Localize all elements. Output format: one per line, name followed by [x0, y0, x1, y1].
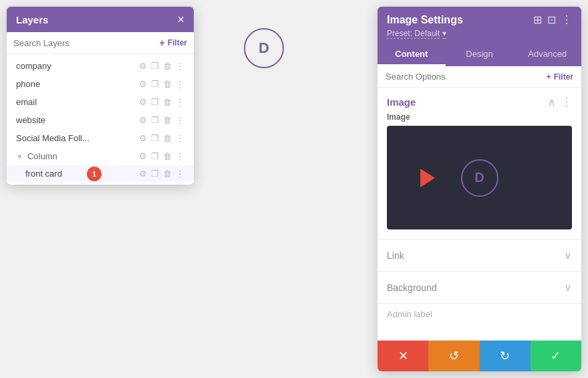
delete-icon[interactable]: 🗑: [163, 115, 172, 125]
undo-button[interactable]: ↺: [428, 341, 479, 371]
duplicate-icon[interactable]: ❐: [151, 79, 159, 89]
admin-label-text: Admin label: [387, 309, 432, 319]
filter-label: Filter: [168, 38, 187, 48]
duplicate-icon[interactable]: ❐: [151, 151, 159, 161]
tab-design[interactable]: Design: [446, 43, 514, 66]
settings-header: Image Settings ⊞ ⊡ ⋮ Preset: Default ▾: [378, 7, 581, 43]
d-logo-preview: D: [461, 159, 498, 197]
link-section[interactable]: Link ∨: [378, 239, 581, 271]
front-card-label: front card: [25, 169, 62, 179]
settings-filter-button[interactable]: + Filter: [547, 72, 573, 82]
link-section-title: Link: [387, 250, 404, 261]
more-icon[interactable]: ⋮: [176, 79, 184, 89]
more-icon[interactable]: ⋮: [176, 169, 184, 179]
tab-content[interactable]: Content: [378, 43, 446, 66]
duplicate-icon[interactable]: ❐: [151, 115, 159, 125]
list-item[interactable]: website ⚙ ❐ 🗑 ⋮: [7, 111, 194, 129]
layer-item-icons: ⚙ ❐ 🗑 ⋮: [139, 115, 184, 125]
settings-header-top: Image Settings ⊞ ⊡ ⋮: [387, 13, 572, 26]
duplicate-icon[interactable]: ❐: [151, 97, 159, 107]
layout-icon[interactable]: ⊡: [547, 13, 556, 26]
image-section-header: Image ∧ ⋮: [378, 88, 581, 112]
layer-name: email: [16, 97, 139, 107]
settings-search-input[interactable]: [386, 72, 541, 82]
section-actions: ∧ ⋮: [548, 96, 572, 108]
settings-icon[interactable]: ⚙: [139, 151, 147, 161]
list-item[interactable]: email ⚙ ❐ 🗑 ⋮: [7, 93, 194, 111]
tab-advanced[interactable]: Advanced: [513, 43, 581, 66]
section-more-icon[interactable]: ⋮: [561, 96, 572, 108]
layers-header: Layers ×: [7, 7, 194, 32]
cancel-icon: ✕: [398, 349, 408, 363]
cancel-button[interactable]: ✕: [378, 341, 428, 371]
settings-tabs: Content Design Advanced: [378, 43, 581, 66]
layer-item-icons: ⚙ ❐ 🗑 ⋮: [139, 79, 184, 89]
more-icon[interactable]: ⋮: [176, 133, 184, 143]
layers-list: company ⚙ ❐ 🗑 ⋮ phone ⚙ ❐ 🗑 ⋮ email ⚙ ❐: [7, 54, 194, 185]
more-icon[interactable]: ⋮: [176, 97, 184, 107]
layer-item-icons: ⚙ ❐ 🗑 ⋮: [139, 133, 184, 143]
redo-button[interactable]: ↻: [480, 341, 531, 371]
layers-title: Layers: [16, 14, 48, 25]
settings-icon[interactable]: ⚙: [139, 169, 147, 179]
settings-preset[interactable]: Preset: Default ▾: [387, 29, 572, 38]
more-icon[interactable]: ⋮: [176, 61, 184, 71]
save-icon: ✓: [551, 349, 561, 363]
front-card-row[interactable]: front card 1 ⚙ ❐ 🗑 ⋮: [7, 165, 194, 182]
delete-icon[interactable]: 🗑: [163, 151, 172, 161]
duplicate-icon[interactable]: ❐: [151, 61, 159, 71]
settings-icon[interactable]: ⚙: [139, 115, 147, 125]
grid-icon[interactable]: ⊞: [533, 13, 542, 26]
column-item[interactable]: ▼ Column ⚙ ❐ 🗑 ⋮: [7, 147, 194, 165]
settings-icon[interactable]: ⚙: [139, 79, 147, 89]
layers-search-bar: + Filter: [7, 32, 194, 54]
delete-icon[interactable]: 🗑: [163, 169, 172, 179]
image-preview[interactable]: D: [387, 126, 572, 229]
layer-item-icons: ⚙ ❐ 🗑 ⋮: [139, 151, 184, 161]
bottom-toolbar: ✕ ↺ ↻ ✓: [378, 341, 581, 371]
layers-search-input[interactable]: [13, 38, 154, 48]
image-section-title: Image: [387, 96, 416, 108]
delete-icon[interactable]: 🗑: [163, 61, 172, 71]
background-section-title: Background: [387, 282, 437, 293]
layers-filter-button[interactable]: + Filter: [159, 37, 187, 48]
layers-close-button[interactable]: ×: [177, 13, 184, 25]
duplicate-icon[interactable]: ❐: [151, 133, 159, 143]
more-options-icon[interactable]: ⋮: [561, 13, 572, 26]
duplicate-icon[interactable]: ❐: [151, 169, 159, 179]
settings-title: Image Settings: [387, 14, 463, 26]
list-item[interactable]: company ⚙ ❐ 🗑 ⋮: [7, 57, 194, 75]
settings-icon[interactable]: ⚙: [139, 97, 147, 107]
settings-icon[interactable]: ⚙: [139, 61, 147, 71]
layer-item-icons: ⚙ ❐ 🗑 ⋮: [139, 97, 184, 107]
layer-name: company: [16, 61, 139, 71]
list-item[interactable]: phone ⚙ ❐ 🗑 ⋮: [7, 75, 194, 93]
column-label: Column: [27, 151, 139, 161]
collapse-icon[interactable]: ∧: [548, 96, 556, 108]
layer-name: website: [16, 115, 139, 125]
settings-panel: Image Settings ⊞ ⊡ ⋮ Preset: Default ▾ C…: [378, 7, 581, 371]
filter-icon: +: [159, 37, 164, 48]
save-button[interactable]: ✓: [531, 341, 581, 371]
badge-2-arrow: [420, 169, 435, 187]
layer-name: Social Media Foll...: [16, 133, 139, 143]
list-item[interactable]: Social Media Foll... ⚙ ❐ 🗑 ⋮: [7, 129, 194, 147]
delete-icon[interactable]: 🗑: [163, 133, 172, 143]
background-section[interactable]: Background ∨: [378, 271, 581, 303]
delete-icon[interactable]: 🗑: [163, 97, 172, 107]
layers-panel: Layers × + Filter company ⚙ ❐ 🗑 ⋮ phone …: [7, 7, 194, 185]
d-logo-center: D: [244, 28, 284, 68]
delete-icon[interactable]: 🗑: [163, 79, 172, 89]
layer-item-icons: ⚙ ❐ 🗑 ⋮: [139, 169, 184, 179]
chevron-down-icon: ∨: [564, 281, 572, 294]
plus-icon: +: [547, 72, 551, 82]
more-icon[interactable]: ⋮: [176, 115, 184, 125]
more-icon[interactable]: ⋮: [176, 151, 184, 161]
settings-icon[interactable]: ⚙: [139, 133, 147, 143]
chevron-down-icon: ∨: [564, 249, 572, 262]
settings-header-actions: ⊞ ⊡ ⋮: [533, 13, 572, 26]
image-field-label: Image: [378, 112, 581, 126]
settings-body: Image ∧ ⋮ Image D Link ∨ Background ∨: [378, 88, 581, 341]
admin-label-section: Admin label: [378, 303, 581, 324]
undo-icon: ↺: [449, 349, 459, 363]
